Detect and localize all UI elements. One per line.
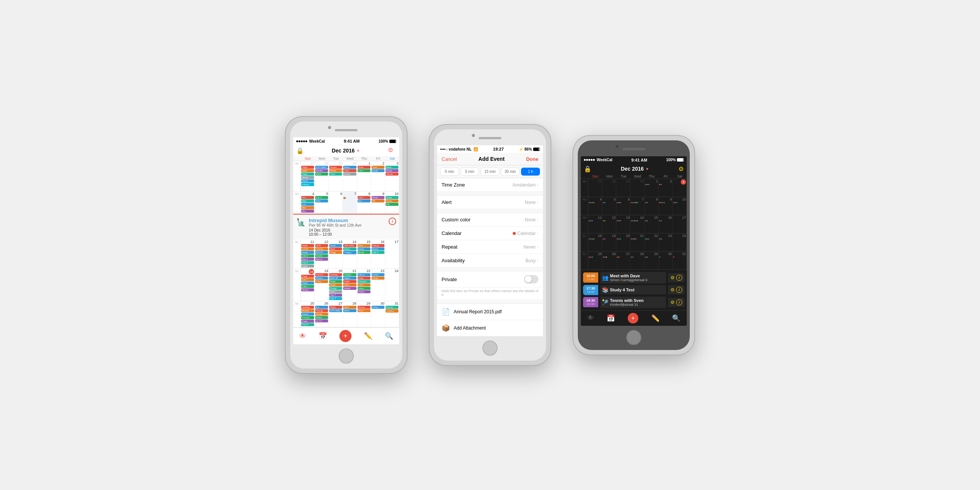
edit-icon[interactable]: ✏️	[364, 332, 372, 340]
event-gear-icon-1[interactable]: ⚙	[670, 275, 675, 280]
dark-search-icon[interactable]: 🔍	[672, 314, 680, 322]
phone-1: WeekCal 9:41 AM 100% 🔒 Dec 2016 ▼ ⚙	[286, 117, 407, 373]
dark-calendar-icon[interactable]: 📅	[606, 314, 615, 322]
private-note: Mark this item as Private so that others…	[437, 288, 543, 300]
dark-week-49: 49 4 5	[581, 197, 687, 215]
carrier-label-2: ••••○ vodafone NL	[440, 147, 471, 151]
phone-3: WeekCal 9:41 AM 100% 🔒 Dec 2016 ▼ ⚙	[573, 136, 694, 355]
custom-color-label: Custom color	[442, 217, 471, 223]
availability-label: Availability	[442, 258, 465, 263]
event-location: Pier 86 W 46th St and 12th Ave	[309, 223, 385, 228]
carrier-label: WeekCal	[309, 139, 325, 143]
section-divider-3	[437, 267, 543, 271]
dark-bottom-toolbar: 👁 📅 + ✏️ 🔍	[581, 310, 687, 326]
time-label-2: 19:27	[493, 147, 504, 151]
cancel-button[interactable]: Cancel	[442, 156, 457, 162]
add-event-button[interactable]: +	[339, 330, 352, 342]
dark-week-48: 48 27 28 29 30 1	[581, 179, 687, 197]
dark-edit-icon[interactable]: ✏️	[651, 314, 660, 322]
pdf-label: Annual Report 2015.pdf	[454, 309, 502, 315]
alert-5min-button[interactable]: 5 min	[460, 168, 479, 175]
section-divider-1	[437, 192, 543, 196]
dark-eye-icon[interactable]: 👁	[587, 314, 594, 322]
speaker-2	[479, 137, 501, 139]
alert-row[interactable]: Alert None ›	[437, 196, 543, 209]
month-title[interactable]: Dec 2016 ▼	[332, 148, 360, 154]
calendar-week-53: 53 25 Holiday Plumw Grand ↩Frans Cape Th…	[293, 301, 399, 327]
alert-15min-button[interactable]: 15 min	[480, 168, 500, 175]
camera-dot-2	[472, 134, 475, 137]
meet-dave-icon: 👥	[602, 275, 608, 281]
attachment-pdf-row[interactable]: 📄 Annual Report 2015.pdf	[437, 304, 543, 320]
dark-add-button[interactable]: +	[628, 313, 638, 323]
phone-3-screen: WeekCal 9:41 AM 100% 🔒 Dec 2016 ▼ ⚙	[581, 156, 687, 326]
custom-color-value: None	[525, 217, 536, 223]
private-toggle[interactable]	[524, 275, 538, 283]
alert-30min-button[interactable]: 30 min	[501, 168, 520, 175]
form-section-1: Time Zone Amsterdam › Alert None ›	[437, 178, 543, 267]
calendar-week-50: 50 4 Pro... Mee Lun Mer Stu 5 Car C Beln	[293, 191, 399, 214]
dark-week-51: 51 18 19	[581, 234, 687, 251]
calendar-icon[interactable]: 📅	[318, 332, 327, 340]
lock-icon: 🔒	[296, 147, 304, 154]
custom-color-row[interactable]: Custom color None ›	[437, 213, 543, 227]
event-item-study[interactable]: 17:30 19:00 📚 Study 4 Test ⚙ i	[583, 285, 684, 295]
calendar-row[interactable]: Calendar Calendar ›	[437, 227, 543, 240]
battery-label-3: 100%	[666, 158, 676, 162]
dark-month-title[interactable]: Dec 2016 ▼	[621, 166, 649, 172]
home-button-2[interactable]	[482, 340, 498, 356]
event-info-button-2[interactable]: i	[676, 287, 682, 293]
search-icon[interactable]: 🔍	[385, 332, 393, 340]
availability-value: Busy	[525, 258, 536, 263]
dropdown-arrow: ▼	[356, 149, 360, 153]
home-button-3[interactable]	[626, 330, 641, 345]
dark-gear-icon[interactable]: ⚙	[678, 165, 684, 173]
phone-2-screen: ••••○ vodafone NL 📶 19:27 ⚡ 86% Cancel A…	[437, 145, 543, 336]
calendar-value: Calendar	[517, 231, 536, 236]
dark-event-list: 10:00 17:00 👥 Meet with Dave Simon Carmi…	[581, 270, 687, 310]
settings-gear-icon[interactable]: ⚙	[388, 146, 396, 155]
tennis-title: Tennis with Sven	[610, 298, 644, 303]
add-event-title: Add Event	[478, 156, 504, 162]
calendar-week-49: 49 27 Flight Holid Table Shops Plane ↩Re…	[293, 161, 399, 191]
add-attachment-row[interactable]: 📦 Add Attachment	[437, 320, 543, 336]
timezone-row[interactable]: Time Zone Amsterdam ›	[437, 178, 543, 192]
event-info-button[interactable]: i	[388, 218, 396, 225]
phone-1-screen: WeekCal 9:41 AM 100% 🔒 Dec 2016 ▼ ⚙	[293, 137, 399, 344]
wifi-icon-2: 📶	[473, 147, 478, 151]
study-title: Study 4 Test	[610, 288, 635, 292]
home-button[interactable]	[339, 348, 354, 364]
battery-label-2: 86%	[525, 147, 532, 151]
alert-value: None	[525, 200, 536, 205]
repeat-row[interactable]: Repeat Never ›	[437, 240, 543, 254]
chevron-icon-avail: ›	[537, 258, 538, 262]
event-info-button-3[interactable]: i	[676, 299, 682, 305]
calendar-week-52: 52 18 Payd Car C Platfo Cab t Tennis 19 …	[293, 269, 399, 301]
event-item-meet-dave[interactable]: 10:00 17:00 👥 Meet with Dave Simon Carmi…	[583, 272, 684, 283]
event-gear-icon-2[interactable]: ⚙	[670, 287, 675, 293]
event-date: 14 Dec 2016	[309, 228, 385, 232]
alert-0min-button[interactable]: 0 min	[440, 168, 459, 175]
event-gear-icon-3[interactable]: ⚙	[670, 300, 675, 305]
eye-icon[interactable]: 👁	[299, 332, 306, 340]
camera-dot-3	[616, 145, 619, 148]
private-label: Private	[442, 277, 457, 282]
carrier-label-3: WeekCal	[597, 158, 612, 162]
event-item-tennis[interactable]: 19:30 22:30 🎾 Tennis with Sven Kinderdij…	[583, 297, 684, 308]
event-emoji-icon: 🗽	[296, 218, 306, 227]
camera-dot	[328, 126, 331, 129]
calendar-header: 🔒 Dec 2016 ▼ ⚙	[293, 145, 399, 156]
calendar-label: Calendar	[442, 231, 461, 236]
done-button[interactable]: Done	[526, 156, 538, 162]
status-bar-2: ••••○ vodafone NL 📶 19:27 ⚡ 86%	[437, 145, 543, 153]
calendar-week-51: 51 11 Flight LAUR Harbc Cab 2 Bus 2 Cab …	[293, 240, 399, 269]
dark-day-labels: Sun Mon Tue Wed Thu Fri Sat	[581, 174, 687, 179]
availability-row[interactable]: Availability Busy ›	[437, 254, 543, 267]
event-info-button-1[interactable]: i	[676, 275, 682, 281]
chevron-icon: ›	[537, 183, 538, 187]
battery-icon-2	[533, 148, 540, 151]
alert-1h-button[interactable]: 1 h	[521, 168, 540, 175]
dark-week-50: 50 11 12 13	[581, 215, 687, 234]
alert-label: Alert	[442, 199, 452, 205]
pdf-icon: 📄	[442, 308, 450, 316]
